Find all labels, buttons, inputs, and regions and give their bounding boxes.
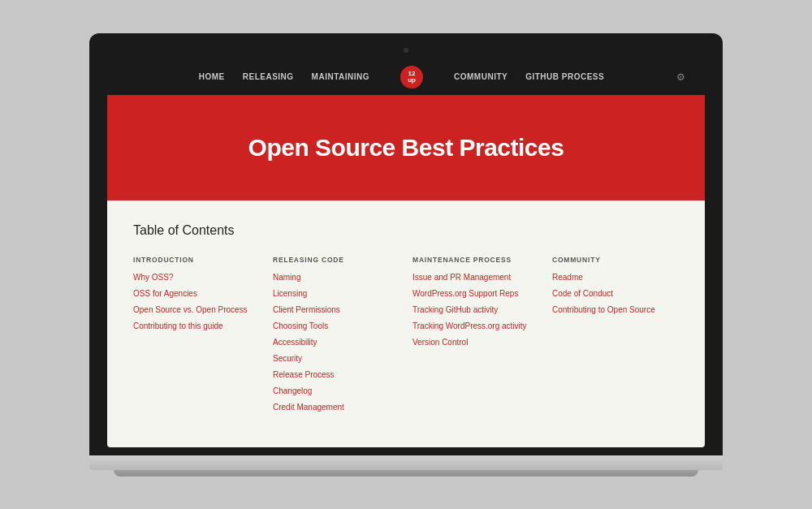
nav-github-process[interactable]: GITHUB PROCESS (525, 72, 604, 81)
nav-releasing[interactable]: RELEASING (243, 72, 294, 81)
toc-link[interactable]: Contributing to this guide (133, 321, 260, 332)
toc-link[interactable]: Tracking WordPress.org activity (412, 321, 539, 332)
nav-maintaining[interactable]: MAINTAINING (312, 72, 369, 81)
laptop-mockup: HOME RELEASING MAINTAINING 12up COMMUNIT… (89, 33, 723, 477)
logo-text: 12up (408, 71, 416, 84)
toc-column-introduction: INTRODUCTION Why OSS? OSS for Agencies O… (133, 256, 260, 418)
toc-link[interactable]: Contributing to Open Source (552, 304, 679, 316)
toc-header-maintenance: MAINTENANCE PROCESS (412, 256, 539, 264)
toc-header-releasing: RELEASING CODE (273, 256, 400, 264)
toc-link[interactable]: Code of Conduct (552, 288, 679, 300)
laptop-screen: HOME RELEASING MAINTAINING 12up COMMUNIT… (107, 59, 705, 447)
hero-title: Open Source Best Practices (127, 134, 685, 162)
toc-link[interactable]: Why OSS? (133, 272, 260, 283)
toc-column-community: COMMUNITY Readme Code of Conduct Contrib… (552, 256, 679, 418)
toc-link[interactable]: Security (273, 353, 400, 364)
toc-heading: Table of Contents (133, 223, 679, 238)
site-logo[interactable]: 12up (400, 66, 423, 88)
toc-link[interactable]: Changelog (273, 386, 400, 397)
settings-icon[interactable]: ⚙ (676, 71, 685, 83)
toc-link[interactable]: Choosing Tools (273, 321, 400, 332)
screen-bezel: HOME RELEASING MAINTAINING 12up COMMUNIT… (89, 33, 723, 455)
toc-link[interactable]: Accessibility (273, 337, 400, 348)
toc-grid: INTRODUCTION Why OSS? OSS for Agencies O… (133, 256, 679, 418)
laptop-camera (404, 48, 408, 53)
laptop-base (89, 455, 723, 470)
toc-link[interactable]: Naming (273, 272, 400, 283)
hero-section: Open Source Best Practices (107, 95, 705, 201)
toc-link[interactable]: Version Control (412, 337, 539, 348)
toc-link[interactable]: Readme (552, 272, 679, 283)
toc-link[interactable]: Issue and PR Management (412, 272, 539, 283)
nav-community[interactable]: COMMUNITY (454, 72, 508, 81)
nav-links-group: HOME RELEASING MAINTAINING 12up COMMUNIT… (127, 66, 676, 88)
toc-link[interactable]: Client Permissions (273, 304, 400, 316)
toc-link[interactable]: Open Source vs. Open Process (133, 304, 260, 316)
toc-header-community: COMMUNITY (552, 256, 679, 264)
toc-section: Table of Contents INTRODUCTION Why OSS? … (107, 201, 705, 447)
toc-link[interactable]: Release Process (273, 369, 400, 381)
site-navigation: HOME RELEASING MAINTAINING 12up COMMUNIT… (107, 59, 705, 95)
toc-column-releasing: RELEASING CODE Naming Licensing Client P… (273, 256, 400, 418)
toc-link[interactable]: OSS for Agencies (133, 288, 260, 300)
laptop-foot (114, 470, 698, 477)
toc-link[interactable]: WordPress.org Support Reps (412, 288, 539, 300)
toc-link[interactable]: Credit Management (273, 402, 400, 413)
toc-link[interactable]: Tracking GitHub activity (412, 304, 539, 316)
toc-column-maintenance: MAINTENANCE PROCESS Issue and PR Managem… (412, 256, 539, 418)
nav-home[interactable]: HOME (199, 72, 225, 81)
toc-header-introduction: INTRODUCTION (133, 256, 260, 264)
toc-link[interactable]: Licensing (273, 288, 400, 300)
